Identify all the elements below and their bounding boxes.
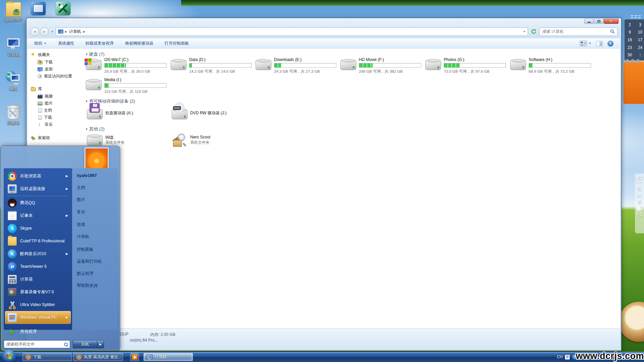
menu-item-devices-printers[interactable]: 设备和打印机: [77, 255, 116, 267]
nav-pictures[interactable]: 图片: [38, 101, 53, 106]
desktop-icon-network[interactable]: 网络: [3, 70, 24, 92]
open-control-panel-button[interactable]: 打开控制面板: [165, 41, 189, 46]
taskbar-button-computer[interactable]: 计算机: [144, 353, 193, 361]
drive-capacity: 68.9 GB 可用，共 73.2 GB: [529, 69, 575, 74]
floppy-drive-tile[interactable]: 软盘驱动器 (A:): [87, 105, 171, 121]
recent-pages-dropdown[interactable]: ▼: [51, 30, 54, 33]
menu-item-screen-recorder[interactable]: 屏幕录像专家V7.5: [5, 286, 71, 298]
menu-item-user[interactable]: liyafe1997: [77, 170, 116, 182]
hard-disk-icon: [425, 60, 441, 70]
nav-recent-places[interactable]: 最近访问的位置: [38, 73, 72, 79]
nav-libraries[interactable]: 库: [31, 86, 42, 92]
collapse-icon[interactable]: [85, 128, 88, 130]
search-icon[interactable]: [610, 29, 615, 34]
close-button[interactable]: ✕: [604, 19, 619, 24]
desktop-icon-remote-app[interactable]: [31, 2, 46, 15]
menu-item-default-programs[interactable]: 默认程序: [77, 267, 116, 280]
desktop-icon-ftp-app[interactable]: [56, 2, 70, 15]
change-view-button[interactable]: ▼: [580, 41, 591, 46]
taskbar-button-firefox-downloads[interactable]: 下载: [22, 353, 72, 361]
maximize-button[interactable]: [594, 19, 603, 24]
downloads-library-icon: [38, 115, 42, 120]
system-properties-button[interactable]: 系统属性: [58, 41, 74, 46]
menu-item-qq[interactable]: 腾讯QQ: [5, 196, 71, 209]
desktop-icon-computer[interactable]: 计算机: [3, 36, 24, 58]
nav-desktop[interactable]: 桌面: [38, 66, 53, 72]
start-button[interactable]: [2, 350, 16, 362]
menu-item-teamviewer[interactable]: ⇄TeamViewer 5: [5, 260, 71, 273]
drive-tile-e[interactable]: Downloads (E:) 24.3 GB 可用，共 27.3 GB: [256, 57, 339, 75]
command-bar: 组织▼ 系统属性 卸载或更改程序 映射网络驱动器 打开控制面板 ▼ ?: [28, 38, 620, 49]
menu-item-kugou[interactable]: K酷狗音乐2010▶: [5, 247, 71, 260]
back-button[interactable]: ◄: [30, 27, 39, 36]
calendar-gadget[interactable]: 2 3 9 10 16 17 23 24 30 1: [625, 19, 644, 60]
collapse-icon[interactable]: [85, 53, 88, 55]
menu-item-calculator[interactable]: 计算器: [5, 273, 71, 286]
menu-item-video-splitter[interactable]: Ultra Video Splitter: [5, 298, 71, 311]
drive-tile-g[interactable]: Photos (G:) 73.0 GB 可用，共 97.6 GB: [425, 57, 509, 75]
nav-music[interactable]: 音乐: [38, 122, 53, 127]
nav-homegroup[interactable]: 家庭组: [31, 135, 50, 141]
drive-tile-h[interactable]: Software (H:) 68.9 GB 可用，共 73.2 GB: [510, 57, 594, 75]
desktop-icon-user-folder[interactable]: liyafe1997: [3, 2, 24, 22]
system-folder-tile-nero-scout[interactable]: Nero Scout 系统文件夹: [172, 133, 256, 148]
user-avatar[interactable]: [84, 147, 109, 171]
ime-tool-icon[interactable]: P: [565, 355, 570, 360]
menu-item-games[interactable]: 游戏: [77, 219, 116, 231]
menu-item-all-programs[interactable]: 所有程序: [5, 325, 71, 338]
dvd-drive-tile[interactable]: DVD RW 驱动器 (J:): [172, 105, 256, 121]
weather-gadget[interactable]: 行 风 (C) ☰ 6°C: [635, 174, 644, 233]
menu-item-skype[interactable]: SSkype: [5, 222, 71, 235]
nav-downloads-lib[interactable]: 下载: [38, 115, 52, 120]
drive-tile-f[interactable]: HD Movie (F:) 299 GB 可用，共 382 GB: [340, 57, 424, 75]
start-menu-search-input[interactable]: 搜索程序和文件: [4, 340, 70, 348]
drive-tile-d[interactable]: Data (D:) 14.2 GB 可用，共 14.6 GB: [171, 57, 255, 75]
shutdown-button[interactable]: 关机: [73, 340, 97, 348]
notes-gadget[interactable]: [623, 61, 644, 104]
uninstall-program-button[interactable]: 卸载或更改程序: [86, 41, 114, 46]
forward-button[interactable]: ►: [40, 27, 49, 36]
taskbar-button-media-player[interactable]: [130, 353, 139, 361]
address-bar[interactable]: ▶ 计算机 ▶ ▼: [56, 27, 528, 36]
breadcrumb-separator[interactable]: ▶: [83, 30, 85, 33]
group-header-harddisks[interactable]: 硬盘 (7): [85, 51, 105, 57]
menu-item-cuteftp[interactable]: CuteFTP 8 Professional: [5, 235, 71, 247]
nav-videos[interactable]: 视频: [38, 94, 53, 99]
shutdown-options-arrow[interactable]: ▶: [97, 340, 104, 348]
address-dropdown[interactable]: ▼: [523, 30, 526, 33]
drive-tile-i[interactable]: Media (I:) 110 GB 可用，共 118 GB: [86, 77, 170, 95]
menu-item-help-support[interactable]: 帮助和支持: [77, 280, 116, 292]
breadcrumb[interactable]: 计算机: [69, 29, 81, 35]
search-box[interactable]: 搜索 计算机: [539, 27, 618, 36]
menu-item-documents[interactable]: 文档: [77, 182, 116, 194]
map-network-drive-button[interactable]: 映射网络驱动器: [125, 41, 153, 46]
menu-item-computer[interactable]: 计算机: [77, 231, 116, 243]
collapse-icon[interactable]: [85, 100, 88, 102]
submenu-arrow-icon: ▶: [66, 187, 68, 190]
language-indicator[interactable]: CH: [557, 355, 562, 359]
menu-item-remote-desktop[interactable]: 远程桌面连接▶: [5, 182, 71, 195]
help-button[interactable]: ?: [607, 41, 613, 47]
start-menu: 谷歌浏览器▶ 远程桌面连接▶ 腾讯QQ 记事本▶ SSkype CuteFTP …: [1, 146, 120, 351]
menu-item-music[interactable]: 音乐: [77, 206, 116, 218]
workgroup-fragment: OUP: [120, 332, 128, 337]
refresh-button[interactable]: [530, 28, 537, 35]
menu-item-windows-virtual-pc[interactable]: Windows Virtual PC▶: [5, 311, 71, 324]
group-header-other[interactable]: 其他 (2): [85, 126, 105, 132]
floppy-disk-icon: [90, 103, 100, 113]
menu-item-chrome[interactable]: 谷歌浏览器▶: [5, 170, 71, 182]
drive-tile-c[interactable]: OS-Win7 (C:) 25.9 GB 可用，共 39.0 GB: [86, 57, 170, 75]
preview-pane-button[interactable]: [596, 41, 603, 46]
menu-item-notepad[interactable]: 记事本▶: [5, 209, 71, 222]
desktop-icon-recycle-bin[interactable]: 回收站: [3, 106, 24, 126]
organize-menu[interactable]: 组织▼: [34, 41, 47, 46]
search-placeholder: 搜索 计算机: [542, 29, 563, 35]
minimize-button[interactable]: [584, 19, 594, 24]
gadget-sidebar-handle[interactable]: [631, 15, 642, 19]
taskbar-button-firefox-scenery[interactable]: 风景 高清风景 最近...: [73, 353, 123, 361]
nav-favorites[interactable]: 收藏夹: [31, 52, 50, 58]
menu-item-control-panel[interactable]: 控制面板: [77, 243, 116, 255]
nav-documents[interactable]: 文档: [38, 108, 52, 113]
menu-item-pictures[interactable]: 图片: [77, 194, 116, 206]
nav-downloads[interactable]: 下载: [38, 59, 53, 65]
